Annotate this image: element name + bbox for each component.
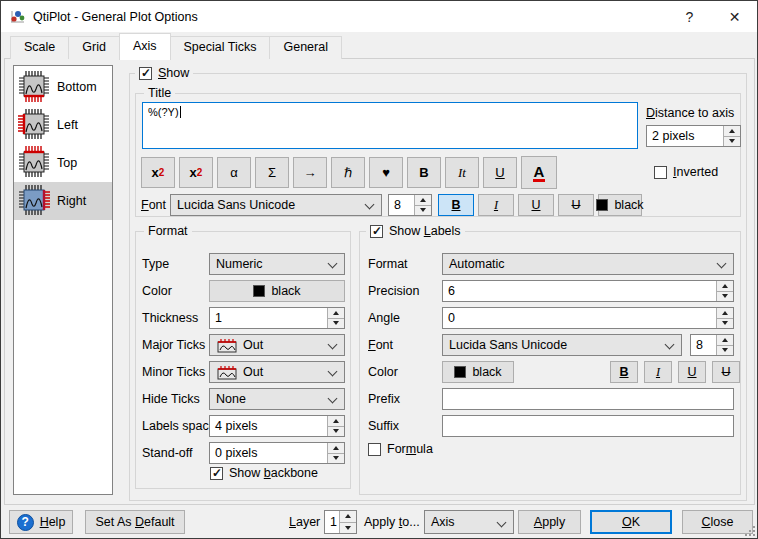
type-label: Type	[142, 257, 169, 271]
dialog-window: QtiPlot - General Plot Options ? ✕ Scale…	[0, 0, 758, 539]
show-labels-checkbox[interactable]: Show Labels	[366, 224, 465, 238]
labels-italic-toggle[interactable]: I	[644, 361, 672, 383]
underline-button[interactable]: U	[483, 157, 517, 188]
title-color-button[interactable]: black	[598, 194, 642, 216]
black-color-swatch	[596, 199, 608, 211]
black-color-swatch	[454, 366, 466, 378]
distance-to-axis-label: Distance to axis	[646, 106, 734, 120]
bold-button[interactable]: B	[407, 157, 441, 188]
angle-spinner[interactable]: 0	[442, 307, 734, 329]
minor-ticks-combobox[interactable]: Out	[209, 361, 345, 383]
format-group: Format Type Numeric Color black Thicknes…	[135, 231, 351, 489]
hide-ticks-combobox[interactable]: None	[209, 388, 345, 410]
labels-font-combobox[interactable]: Lucida Sans Unicode	[442, 334, 682, 356]
axis-color-button[interactable]: black	[209, 280, 345, 302]
title-font-combobox[interactable]: Lucida Sans Unicode	[170, 194, 382, 216]
subscript-button[interactable]: x2	[141, 157, 175, 188]
labels-color-button[interactable]: black	[442, 361, 514, 383]
formula-checkbox[interactable]: Formula	[364, 442, 437, 456]
text-color-button[interactable]: A	[521, 156, 557, 189]
help-icon: ?	[17, 514, 34, 531]
title-underline-toggle[interactable]: U	[518, 194, 554, 216]
labels-bold-toggle[interactable]: B	[610, 361, 638, 383]
left-axis-icon	[17, 107, 51, 144]
spinner-arrows[interactable]	[327, 416, 344, 436]
tab-axis[interactable]: Axis	[119, 33, 171, 60]
hide-ticks-label: Hide Ticks	[142, 392, 200, 406]
show-backbone-checkbox[interactable]: Show backbone	[206, 466, 322, 480]
thickness-spinner[interactable]: 1	[209, 307, 345, 329]
math-symbols-button[interactable]: ℏ	[331, 157, 365, 188]
spinner-arrows[interactable]	[327, 443, 344, 463]
top-axis-icon	[17, 145, 51, 182]
layer-label: Layer	[289, 515, 320, 529]
prefix-input[interactable]	[442, 388, 734, 410]
right-axis-icon	[17, 183, 51, 220]
layer-spinner[interactable]: 1	[324, 510, 357, 534]
suffix-label: Suffix	[368, 419, 399, 433]
spinner-arrows[interactable]	[414, 195, 431, 215]
help-button[interactable]: ? Help	[9, 510, 73, 534]
title-font-label: Font	[141, 198, 166, 212]
title-italic-toggle[interactable]: I	[478, 194, 514, 216]
precision-spinner[interactable]: 6	[442, 280, 734, 302]
thickness-label: Thickness	[142, 311, 198, 325]
apply-to-combobox[interactable]: Axis	[424, 510, 514, 534]
spinner-arrows[interactable]	[339, 511, 356, 533]
title-group: Title %(?Y) Distance to axis 2 pixels x2…	[135, 93, 741, 217]
axis-item-top[interactable]: Top	[14, 144, 112, 182]
suffix-input[interactable]	[442, 415, 734, 437]
title-strikeout-toggle[interactable]: U	[558, 194, 594, 216]
labels-strikeout-toggle[interactable]: U	[712, 361, 740, 383]
apply-to-label: Apply to...	[364, 515, 420, 529]
resize-grip[interactable]	[743, 524, 755, 536]
spinner-arrows[interactable]	[723, 126, 740, 146]
distance-to-axis-spinner[interactable]: 2 pixels	[646, 125, 741, 147]
italic-button[interactable]: It	[445, 157, 479, 188]
tab-grid[interactable]: Grid	[68, 36, 120, 59]
special-symbols-button[interactable]: ♥	[369, 157, 403, 188]
spinner-arrows[interactable]	[327, 308, 344, 328]
tab-bar: Scale Grid Axis Special Ticks General	[10, 34, 341, 59]
ok-button[interactable]: OK	[590, 510, 672, 534]
major-ticks-label: Major Ticks	[142, 338, 205, 352]
superscript-button[interactable]: x2	[179, 157, 213, 188]
labels-font-size-spinner[interactable]: 8	[690, 334, 734, 356]
labels-space-spinner[interactable]: 4 pixels	[209, 415, 345, 437]
ticks-out-icon	[216, 338, 238, 353]
show-checkbox[interactable]: Show	[135, 66, 193, 80]
bottom-axis-icon	[17, 69, 51, 106]
titlebar-help-button[interactable]: ?	[667, 1, 712, 32]
arrow-symbols-button[interactable]: →	[293, 157, 327, 188]
axis-item-bottom[interactable]: Bottom	[14, 68, 112, 106]
tab-special-ticks[interactable]: Special Ticks	[170, 36, 271, 59]
spinner-arrows[interactable]	[716, 281, 733, 301]
chevron-down-icon	[328, 367, 338, 377]
type-combobox[interactable]: Numeric	[209, 253, 345, 275]
greek-uppercase-button[interactable]: Σ	[255, 157, 289, 188]
spinner-arrows[interactable]	[716, 335, 733, 355]
axis-item-left[interactable]: Left	[14, 106, 112, 144]
precision-label: Precision	[368, 284, 419, 298]
spinner-arrows[interactable]	[716, 308, 733, 328]
chevron-down-icon	[365, 200, 375, 210]
show-backbone-checkbox-box	[210, 467, 223, 480]
major-ticks-combobox[interactable]: Out	[209, 334, 345, 356]
set-as-default-button[interactable]: Set As Default	[85, 510, 185, 534]
title-bold-toggle[interactable]: B	[438, 194, 474, 216]
apply-button[interactable]: Apply	[518, 510, 581, 534]
app-icon	[9, 8, 26, 25]
inverted-checkbox[interactable]: Inverted	[650, 165, 722, 179]
stand-off-spinner[interactable]: 0 pixels	[209, 442, 345, 464]
titlebar-close-button[interactable]: ✕	[712, 1, 757, 32]
title-font-size-spinner[interactable]: 8	[388, 194, 432, 216]
tab-general[interactable]: General	[269, 36, 341, 59]
labels-format-combobox[interactable]: Automatic	[442, 253, 734, 275]
labels-underline-toggle[interactable]: U	[678, 361, 706, 383]
labels-color-label: Color	[368, 365, 398, 379]
axis-title-input[interactable]: %(?Y)	[142, 102, 638, 149]
greek-lowercase-button[interactable]: α	[217, 157, 251, 188]
axis-item-right[interactable]: Right	[14, 182, 112, 220]
tab-scale[interactable]: Scale	[10, 36, 69, 59]
labels-group: Show Labels Format Automatic Precision 6…	[359, 231, 741, 495]
